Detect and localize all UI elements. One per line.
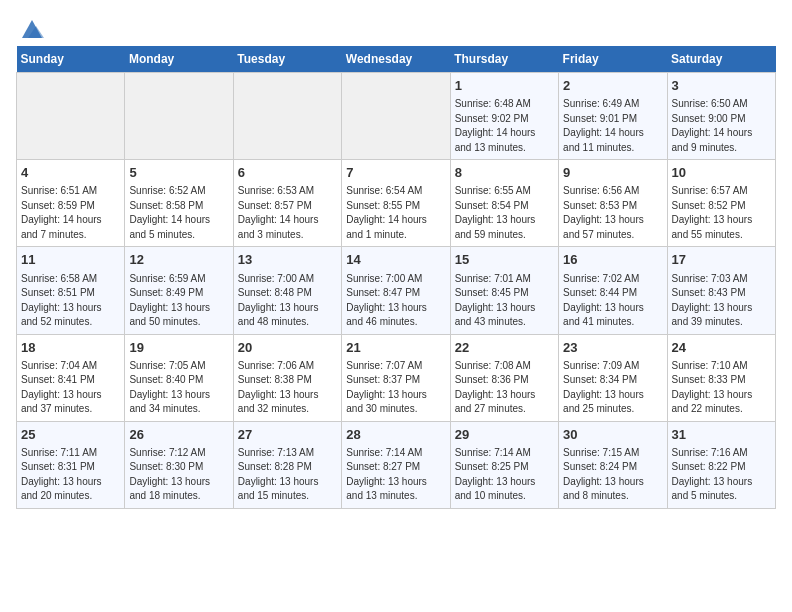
day-info: Sunrise: 7:03 AM Sunset: 8:43 PM Dayligh… [672, 272, 771, 330]
logo [16, 16, 46, 38]
day-number: 24 [672, 339, 771, 357]
day-info: Sunrise: 6:56 AM Sunset: 8:53 PM Dayligh… [563, 184, 662, 242]
calendar-cell: 5Sunrise: 6:52 AM Sunset: 8:58 PM Daylig… [125, 160, 233, 247]
day-info: Sunrise: 7:12 AM Sunset: 8:30 PM Dayligh… [129, 446, 228, 504]
day-number: 11 [21, 251, 120, 269]
calendar-header: SundayMondayTuesdayWednesdayThursdayFrid… [17, 46, 776, 73]
calendar-cell: 15Sunrise: 7:01 AM Sunset: 8:45 PM Dayli… [450, 247, 558, 334]
day-number: 15 [455, 251, 554, 269]
header-day-saturday: Saturday [667, 46, 775, 73]
header-day-wednesday: Wednesday [342, 46, 450, 73]
day-info: Sunrise: 6:49 AM Sunset: 9:01 PM Dayligh… [563, 97, 662, 155]
day-info: Sunrise: 6:48 AM Sunset: 9:02 PM Dayligh… [455, 97, 554, 155]
day-number: 22 [455, 339, 554, 357]
day-number: 17 [672, 251, 771, 269]
day-number: 31 [672, 426, 771, 444]
day-info: Sunrise: 7:15 AM Sunset: 8:24 PM Dayligh… [563, 446, 662, 504]
calendar-cell: 6Sunrise: 6:53 AM Sunset: 8:57 PM Daylig… [233, 160, 341, 247]
calendar-cell: 3Sunrise: 6:50 AM Sunset: 9:00 PM Daylig… [667, 73, 775, 160]
calendar-cell: 1Sunrise: 6:48 AM Sunset: 9:02 PM Daylig… [450, 73, 558, 160]
day-number: 1 [455, 77, 554, 95]
calendar-cell: 28Sunrise: 7:14 AM Sunset: 8:27 PM Dayli… [342, 421, 450, 508]
day-info: Sunrise: 7:16 AM Sunset: 8:22 PM Dayligh… [672, 446, 771, 504]
day-number: 2 [563, 77, 662, 95]
day-info: Sunrise: 7:09 AM Sunset: 8:34 PM Dayligh… [563, 359, 662, 417]
day-number: 19 [129, 339, 228, 357]
week-row-1: 1Sunrise: 6:48 AM Sunset: 9:02 PM Daylig… [17, 73, 776, 160]
calendar-cell: 18Sunrise: 7:04 AM Sunset: 8:41 PM Dayli… [17, 334, 125, 421]
day-info: Sunrise: 7:04 AM Sunset: 8:41 PM Dayligh… [21, 359, 120, 417]
day-info: Sunrise: 6:52 AM Sunset: 8:58 PM Dayligh… [129, 184, 228, 242]
day-number: 18 [21, 339, 120, 357]
day-info: Sunrise: 6:58 AM Sunset: 8:51 PM Dayligh… [21, 272, 120, 330]
day-number: 30 [563, 426, 662, 444]
logo-icon [18, 16, 46, 44]
day-info: Sunrise: 7:07 AM Sunset: 8:37 PM Dayligh… [346, 359, 445, 417]
day-info: Sunrise: 7:05 AM Sunset: 8:40 PM Dayligh… [129, 359, 228, 417]
header-day-monday: Monday [125, 46, 233, 73]
day-info: Sunrise: 7:10 AM Sunset: 8:33 PM Dayligh… [672, 359, 771, 417]
calendar-cell: 31Sunrise: 7:16 AM Sunset: 8:22 PM Dayli… [667, 421, 775, 508]
day-number: 3 [672, 77, 771, 95]
day-info: Sunrise: 7:00 AM Sunset: 8:47 PM Dayligh… [346, 272, 445, 330]
header-day-sunday: Sunday [17, 46, 125, 73]
day-info: Sunrise: 7:06 AM Sunset: 8:38 PM Dayligh… [238, 359, 337, 417]
header [16, 16, 776, 38]
day-info: Sunrise: 6:55 AM Sunset: 8:54 PM Dayligh… [455, 184, 554, 242]
day-info: Sunrise: 7:13 AM Sunset: 8:28 PM Dayligh… [238, 446, 337, 504]
day-number: 27 [238, 426, 337, 444]
calendar-cell: 17Sunrise: 7:03 AM Sunset: 8:43 PM Dayli… [667, 247, 775, 334]
day-number: 20 [238, 339, 337, 357]
calendar-cell: 12Sunrise: 6:59 AM Sunset: 8:49 PM Dayli… [125, 247, 233, 334]
header-day-thursday: Thursday [450, 46, 558, 73]
day-info: Sunrise: 6:59 AM Sunset: 8:49 PM Dayligh… [129, 272, 228, 330]
day-number: 13 [238, 251, 337, 269]
calendar-cell: 20Sunrise: 7:06 AM Sunset: 8:38 PM Dayli… [233, 334, 341, 421]
calendar-table: SundayMondayTuesdayWednesdayThursdayFrid… [16, 46, 776, 509]
day-number: 25 [21, 426, 120, 444]
calendar-cell: 4Sunrise: 6:51 AM Sunset: 8:59 PM Daylig… [17, 160, 125, 247]
calendar-cell: 23Sunrise: 7:09 AM Sunset: 8:34 PM Dayli… [559, 334, 667, 421]
header-row: SundayMondayTuesdayWednesdayThursdayFrid… [17, 46, 776, 73]
day-number: 10 [672, 164, 771, 182]
calendar-cell: 13Sunrise: 7:00 AM Sunset: 8:48 PM Dayli… [233, 247, 341, 334]
day-number: 4 [21, 164, 120, 182]
calendar-cell: 7Sunrise: 6:54 AM Sunset: 8:55 PM Daylig… [342, 160, 450, 247]
calendar-cell: 8Sunrise: 6:55 AM Sunset: 8:54 PM Daylig… [450, 160, 558, 247]
calendar-cell: 26Sunrise: 7:12 AM Sunset: 8:30 PM Dayli… [125, 421, 233, 508]
calendar-cell: 27Sunrise: 7:13 AM Sunset: 8:28 PM Dayli… [233, 421, 341, 508]
calendar-cell [17, 73, 125, 160]
calendar-cell: 16Sunrise: 7:02 AM Sunset: 8:44 PM Dayli… [559, 247, 667, 334]
calendar-cell: 21Sunrise: 7:07 AM Sunset: 8:37 PM Dayli… [342, 334, 450, 421]
day-info: Sunrise: 7:00 AM Sunset: 8:48 PM Dayligh… [238, 272, 337, 330]
day-number: 8 [455, 164, 554, 182]
week-row-4: 18Sunrise: 7:04 AM Sunset: 8:41 PM Dayli… [17, 334, 776, 421]
calendar-cell: 24Sunrise: 7:10 AM Sunset: 8:33 PM Dayli… [667, 334, 775, 421]
day-info: Sunrise: 7:02 AM Sunset: 8:44 PM Dayligh… [563, 272, 662, 330]
calendar-cell: 14Sunrise: 7:00 AM Sunset: 8:47 PM Dayli… [342, 247, 450, 334]
day-info: Sunrise: 6:53 AM Sunset: 8:57 PM Dayligh… [238, 184, 337, 242]
week-row-5: 25Sunrise: 7:11 AM Sunset: 8:31 PM Dayli… [17, 421, 776, 508]
day-number: 26 [129, 426, 228, 444]
calendar-cell: 10Sunrise: 6:57 AM Sunset: 8:52 PM Dayli… [667, 160, 775, 247]
day-number: 14 [346, 251, 445, 269]
calendar-cell [125, 73, 233, 160]
calendar-cell: 25Sunrise: 7:11 AM Sunset: 8:31 PM Dayli… [17, 421, 125, 508]
day-number: 21 [346, 339, 445, 357]
day-number: 9 [563, 164, 662, 182]
day-number: 28 [346, 426, 445, 444]
day-number: 16 [563, 251, 662, 269]
day-number: 12 [129, 251, 228, 269]
calendar-cell: 30Sunrise: 7:15 AM Sunset: 8:24 PM Dayli… [559, 421, 667, 508]
calendar-cell: 19Sunrise: 7:05 AM Sunset: 8:40 PM Dayli… [125, 334, 233, 421]
day-info: Sunrise: 6:50 AM Sunset: 9:00 PM Dayligh… [672, 97, 771, 155]
day-number: 5 [129, 164, 228, 182]
calendar-body: 1Sunrise: 6:48 AM Sunset: 9:02 PM Daylig… [17, 73, 776, 509]
day-info: Sunrise: 7:01 AM Sunset: 8:45 PM Dayligh… [455, 272, 554, 330]
day-info: Sunrise: 7:11 AM Sunset: 8:31 PM Dayligh… [21, 446, 120, 504]
calendar-cell [342, 73, 450, 160]
day-info: Sunrise: 6:51 AM Sunset: 8:59 PM Dayligh… [21, 184, 120, 242]
week-row-3: 11Sunrise: 6:58 AM Sunset: 8:51 PM Dayli… [17, 247, 776, 334]
calendar-cell: 11Sunrise: 6:58 AM Sunset: 8:51 PM Dayli… [17, 247, 125, 334]
day-number: 23 [563, 339, 662, 357]
